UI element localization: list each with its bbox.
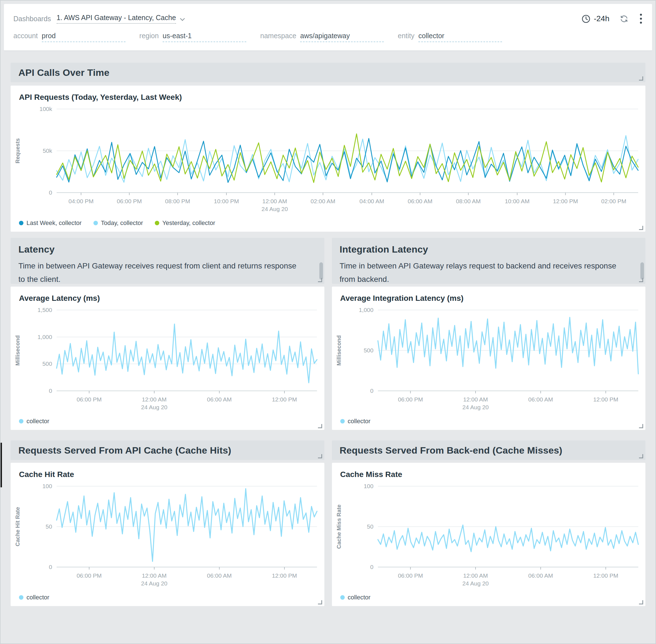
svg-text:Cache Hit Rate: Cache Hit Rate <box>15 507 21 546</box>
chevron-down-icon <box>180 18 185 21</box>
chart-legend: collector <box>332 591 646 603</box>
resize-corner-icon[interactable] <box>318 278 322 282</box>
legend-item[interactable]: Yesterday, collector <box>155 220 215 227</box>
svg-text:12:00 AM: 12:00 AM <box>463 396 488 402</box>
legend-label: Yesterday, collector <box>162 220 215 227</box>
legend-item[interactable]: collector <box>19 594 49 601</box>
svg-text:Requests: Requests <box>15 138 21 163</box>
top-bar-right: -24h <box>581 14 642 24</box>
resize-corner-icon[interactable] <box>639 226 643 230</box>
resize-corner-icon[interactable] <box>639 278 643 282</box>
filter-label: entity <box>398 32 414 40</box>
section-title: Latency <box>18 244 317 255</box>
svg-text:04:00 AM: 04:00 AM <box>360 198 384 204</box>
svg-text:24 Aug 20: 24 Aug 20 <box>462 404 489 410</box>
svg-text:Millisecond: Millisecond <box>15 336 21 366</box>
svg-text:0: 0 <box>370 388 374 394</box>
filter-value[interactable]: us-east-1 <box>163 32 246 42</box>
resize-corner-icon[interactable] <box>639 424 643 428</box>
filter-account: account prod <box>14 32 126 42</box>
chart-legend: collector <box>332 414 646 427</box>
chart-average-integration-latency: Average Integration Latency (ms) 05001,0… <box>332 286 646 430</box>
filter-value[interactable]: collector <box>419 32 502 42</box>
svg-text:10:00 PM: 10:00 PM <box>214 198 239 204</box>
svg-text:1,000: 1,000 <box>37 334 52 340</box>
svg-text:08:00 AM: 08:00 AM <box>456 198 481 204</box>
average-latency-line-chart[interactable]: 05001,0001,50006:00 PM12:00 AM24 Aug 200… <box>10 305 324 414</box>
svg-text:06:00 PM: 06:00 PM <box>398 572 423 579</box>
svg-text:02:00 AM: 02:00 AM <box>311 198 336 204</box>
legend-item[interactable]: collector <box>340 594 371 601</box>
legend-item[interactable]: collector <box>19 418 49 425</box>
legend-label: collector <box>348 594 371 601</box>
svg-text:24 Aug 20: 24 Aug 20 <box>462 580 489 586</box>
svg-text:100: 100 <box>363 483 373 489</box>
svg-text:100: 100 <box>42 483 52 489</box>
time-range-clock-icon[interactable] <box>581 14 591 24</box>
resize-corner-icon[interactable] <box>318 454 322 458</box>
cache-hit-rate-line-chart[interactable]: 05010006:00 PM12:00 AM24 Aug 2006:00 AM1… <box>10 482 324 591</box>
svg-text:06:00 AM: 06:00 AM <box>528 572 553 579</box>
breadcrumb[interactable]: Dashboards <box>14 15 51 23</box>
chart-cache-hit-rate: Cache Hit Rate 05010006:00 PM12:00 AM24 … <box>10 463 324 606</box>
svg-text:06:00 AM: 06:00 AM <box>207 396 232 402</box>
chart-average-latency: Average Latency (ms) 05001,0001,50006:00… <box>10 286 324 430</box>
resize-corner-icon[interactable] <box>639 76 643 80</box>
svg-text:12:00 PM: 12:00 PM <box>593 396 618 402</box>
api-requests-line-chart[interactable]: 050k100k04:00 PM06:00 PM08:00 PM10:00 PM… <box>10 105 646 216</box>
svg-text:12:00 PM: 12:00 PM <box>593 572 618 579</box>
legend-item[interactable]: Today, collector <box>93 220 143 227</box>
filter-value[interactable]: aws/apigateway <box>300 32 384 42</box>
dashboard-content: API Calls Over Time API Requests (Today,… <box>4 63 652 606</box>
svg-text:12:00 PM: 12:00 PM <box>272 396 297 402</box>
kebab-menu-icon[interactable] <box>639 14 642 24</box>
average-integration-latency-line-chart[interactable]: 05001,00006:00 PM12:00 AM24 Aug 2006:00 … <box>332 305 646 414</box>
svg-text:12:00 AM: 12:00 AM <box>142 572 167 579</box>
top-card: Dashboards 1. AWS API Gateway - Latency,… <box>4 4 652 51</box>
svg-text:06:00 PM: 06:00 PM <box>117 198 142 204</box>
svg-text:50k: 50k <box>43 147 52 154</box>
resize-corner-icon[interactable] <box>639 600 643 604</box>
cache-miss-rate-line-chart[interactable]: 05010006:00 PM12:00 AM24 Aug 2006:00 AM1… <box>332 482 646 591</box>
svg-text:12:00 PM: 12:00 PM <box>553 198 578 204</box>
legend-dot <box>340 595 345 600</box>
chart-legend: collector <box>10 414 324 427</box>
filter-value[interactable]: prod <box>42 32 126 42</box>
resize-corner-icon[interactable] <box>318 424 322 428</box>
section-title: API Calls Over Time <box>18 67 109 78</box>
filter-label: account <box>14 32 38 40</box>
legend-dot <box>19 419 23 423</box>
top-bar-left: Dashboards 1. AWS API Gateway - Latency,… <box>14 14 185 24</box>
resize-corner-icon[interactable] <box>318 600 322 604</box>
resize-corner-icon[interactable] <box>639 454 643 458</box>
section-title: Requests Served From API Cache (Cache Hi… <box>18 445 231 456</box>
legend-dot <box>340 419 345 423</box>
scrollbar-thumb[interactable] <box>640 262 644 280</box>
svg-text:06:00 PM: 06:00 PM <box>77 396 102 402</box>
refresh-icon[interactable] <box>619 14 629 23</box>
legend-item[interactable]: collector <box>340 418 371 425</box>
legend-item[interactable]: Last Week, collector <box>19 220 82 227</box>
scrollbar-thumb[interactable] <box>319 262 323 280</box>
svg-text:04:00 PM: 04:00 PM <box>69 198 94 204</box>
svg-text:12:00 AM: 12:00 AM <box>142 396 167 402</box>
time-range-value[interactable]: -24h <box>594 14 609 23</box>
filter-region: region us-east-1 <box>139 32 247 42</box>
legend-dot <box>93 221 98 225</box>
chart-legend: collector <box>10 591 324 603</box>
svg-text:24 Aug 20: 24 Aug 20 <box>141 404 167 410</box>
svg-text:0: 0 <box>370 564 374 570</box>
dashboard-selector[interactable]: 1. AWS API Gateway - Latency, Cache <box>56 14 185 24</box>
dashboard-title: 1. AWS API Gateway - Latency, Cache <box>56 14 176 24</box>
legend-dot <box>155 221 159 225</box>
filter-label: namespace <box>260 32 296 40</box>
legend-dot <box>19 221 23 225</box>
svg-text:02:00 PM: 02:00 PM <box>601 198 626 204</box>
legend-label: collector <box>26 594 49 601</box>
svg-text:0: 0 <box>49 564 52 570</box>
section-title: Integration Latency <box>340 244 638 255</box>
filter-label: region <box>139 32 159 40</box>
chart-cache-miss-rate: Cache Miss Rate 05010006:00 PM12:00 AM24… <box>332 463 646 606</box>
svg-text:12:00 PM: 12:00 PM <box>272 572 297 579</box>
svg-text:24 Aug 20: 24 Aug 20 <box>262 206 288 212</box>
